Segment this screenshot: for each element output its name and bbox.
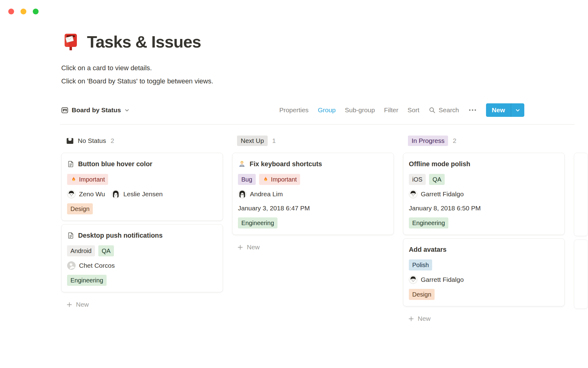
plus-icon [408,316,414,322]
avatar-man-illustration [409,275,417,284]
tag-qa: QA [429,174,445,185]
card-title: Button blue hover color [78,159,152,169]
tag-engineering: Engineering [409,217,448,228]
page-icon [67,232,74,239]
search-button[interactable]: Search [428,106,459,114]
page-description: Click on a card to view details. Click o… [61,61,588,88]
card-offline-mode-polish[interactable]: Offline mode polish iOS QA Garrett Fidal… [403,153,565,235]
search-icon [428,106,436,114]
sort-menu-item[interactable]: Sort [408,106,420,114]
person-garrett-fidalgo: Garrett Fidalgo [409,275,464,284]
tag-engineering: Engineering [67,275,107,286]
zoom-window-button[interactable] [33,9,39,14]
partial-card [574,153,588,236]
partial-card [574,240,588,309]
tag-important: Important [67,174,108,185]
column-status-badge: Next Up [237,136,268,146]
column-header[interactable]: No Status 2 [61,136,223,146]
fire-icon [70,176,77,182]
add-card-button[interactable]: New [232,243,394,251]
card-title: Fix keyboard shortcuts [250,159,322,169]
avatar-man-illustration [409,190,417,198]
page-title: Tasks & Issues [87,31,201,53]
avatar-woman-glasses-illustration [238,190,247,198]
plus-icon [237,244,243,251]
fire-icon [262,176,269,182]
column-next-up: Next Up 1 Fix keyboard shortcuts Bug Imp… [232,136,394,251]
filter-menu-item[interactable]: Filter [384,106,398,114]
new-button[interactable]: New [486,103,511,117]
column-count: 2 [453,137,456,144]
card-title: Add avatars [409,245,447,255]
tag-design: Design [409,289,435,300]
close-window-button[interactable] [8,9,14,14]
tag-design: Design [67,203,93,214]
column-status-badge: In Progress [408,136,448,146]
tag-polish: Polish [409,259,432,270]
chevron-down-icon [515,108,520,113]
avatar [238,190,247,198]
toolbar-divider [60,124,575,125]
new-record-split-button: New [486,103,524,117]
ellipsis-icon [468,109,477,112]
page-header: Tasks & Issues [61,0,588,53]
subgroup-menu-item[interactable]: Sub-group [345,106,375,114]
avatar [67,190,76,198]
person-garrett-fidalgo: Garrett Fidalgo [409,190,464,198]
person-leslie-jensen: Leslie Jensen [111,190,163,198]
view-selector-button[interactable]: Board by Status [61,106,130,114]
avatar-woman-illustration [111,190,120,198]
card-add-avatars[interactable]: Add avatars Polish Garrett Fidalgo Desig… [403,238,565,306]
page-icon [67,160,74,168]
chevron-down-icon [124,108,130,113]
card-desktop-push-notifications[interactable]: Desktop push notifications Android QA Ch… [61,224,223,292]
avatar [67,261,76,270]
minimize-window-button[interactable] [21,9,26,14]
person-chet-corcos: Chet Corcos [67,261,115,270]
mailbox-icon [61,32,80,51]
toolbar-menu: Properties Group Sub-group Filter Sort S… [279,103,524,117]
column-no-status: No Status 2 Button blue hover color Impo… [61,136,223,308]
window-controls [8,9,39,14]
tag-ios: iOS [409,174,426,185]
new-button-dropdown[interactable] [511,103,524,117]
tag-engineering: Engineering [238,217,277,228]
column-header[interactable]: Next Up 1 [232,136,394,146]
partial-next-column [574,136,588,312]
plus-icon [66,301,73,308]
card-fix-keyboard-shortcuts[interactable]: Fix keyboard shortcuts Bug Important And… [232,153,394,235]
column-count: 1 [272,137,276,144]
card-date: January 3, 2018 6:47 PM [238,204,388,213]
tag-bug: Bug [238,174,256,185]
add-card-button[interactable]: New [403,315,565,322]
person-zeno-wu: Zeno Wu [67,190,105,198]
board-icon [61,107,68,114]
properties-menu-item[interactable]: Properties [279,106,309,114]
column-header[interactable]: In Progress 2 [403,136,565,146]
group-menu-item[interactable]: Group [318,106,336,114]
view-toolbar: Board by Status Properties Group Sub-gro… [61,103,524,117]
avatar [409,275,417,284]
kanban-board: No Status 2 Button blue hover color Impo… [61,136,588,322]
tag-android: Android [67,245,95,256]
column-title: No Status [66,137,106,145]
person-andrea-lim: Andrea Lim [238,190,283,198]
inbox-icon [66,137,74,145]
avatar-man-illustration [67,190,76,198]
tag-qa: QA [98,245,114,256]
technologist-icon [238,160,246,168]
card-button-blue-hover-color[interactable]: Button blue hover color Important Zeno W… [61,153,223,221]
column-count: 2 [111,137,114,144]
search-label: Search [439,106,459,114]
more-options-button[interactable] [468,109,477,112]
avatar [409,190,417,198]
add-card-button[interactable]: New [61,301,223,308]
column-in-progress: In Progress 2 Offline mode polish iOS QA… [403,136,565,322]
tag-important: Important [259,174,300,185]
card-date: January 8, 2018 6:50 PM [409,204,559,213]
description-line: Click on a card to view details. [61,61,588,75]
description-line: Click on 'Board by Status' to toggle bet… [61,75,588,88]
card-title: Offline mode polish [409,159,470,169]
avatar-placeholder-icon [67,261,76,270]
view-selector-label: Board by Status [72,106,121,114]
